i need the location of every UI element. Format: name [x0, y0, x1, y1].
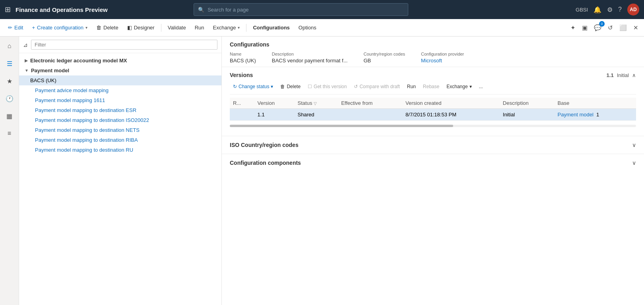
designer-button[interactable]: ◧ Designer [123, 22, 159, 33]
badge-container: 💬 0 [592, 23, 603, 33]
get-this-version-button[interactable]: ☐ Get this version [305, 82, 350, 91]
iso-section[interactable]: ISO Country/region codes ∨ [222, 136, 644, 154]
col-base: Base [555, 98, 636, 109]
compare-with-draft-button[interactable]: ↺ Compare with draft [351, 82, 403, 91]
iso-chevron-down-icon: ∨ [632, 142, 636, 148]
grid-nav-icon[interactable]: ▦ [3, 110, 16, 122]
tree-item-payment-esr[interactable]: Payment model mapping to destination ESR [19, 105, 221, 115]
scrollbar-thumb [230, 125, 453, 127]
tree-item-payment-nets[interactable]: Payment model mapping to destination NET… [19, 125, 221, 135]
more-button[interactable]: ... [476, 82, 486, 91]
edit-button[interactable]: ✏ Edit [4, 22, 27, 33]
list-icon[interactable]: ≡ [3, 127, 16, 140]
collapse-icon[interactable]: ∧ [632, 72, 636, 78]
notification-icon[interactable]: 🔔 [594, 6, 601, 14]
star-icon[interactable]: ★ [3, 75, 16, 87]
badge-count: 0 [599, 21, 605, 27]
grid-icon[interactable]: ⊞ [5, 5, 11, 14]
tree-item-payment-riba[interactable]: Payment model mapping to destination RIB… [19, 135, 221, 145]
config-country-field: Country/region codes GB [363, 52, 405, 64]
filter-nav-icon[interactable]: ☰ [3, 57, 16, 70]
base-link[interactable]: Payment model [558, 112, 594, 118]
config-section-title: Configurations [230, 41, 636, 48]
app-title: Finance and Operations Preview [16, 6, 108, 13]
change-status-caret: ▾ [271, 84, 273, 89]
col-status: Status ▽ [295, 98, 338, 109]
validate-button[interactable]: Validate [164, 22, 190, 33]
provider-label: Configuration provider [421, 52, 464, 56]
tree-filter-input[interactable] [31, 40, 217, 50]
separator2 [246, 24, 246, 32]
config-components-title: Configuration components [230, 160, 301, 166]
home-icon[interactable]: ⌂ [3, 40, 16, 52]
cmd-bar-right: ✦ ▣ 💬 0 ↺ ⬜ ✕ [569, 23, 640, 33]
col-effective-from: Effective from [338, 98, 402, 109]
version-status-label: Initial [617, 72, 629, 78]
avatar[interactable]: AD [627, 4, 639, 15]
tree-item-payment-model-1611[interactable]: Payment model mapping 1611 [19, 95, 221, 105]
name-value: BACS (UK) [230, 58, 256, 64]
config-description-field: Description BACS vendor payment format f… [272, 52, 348, 64]
config-components-section[interactable]: Configuration components ∨ [222, 154, 644, 172]
horizontal-scrollbar[interactable] [230, 125, 636, 127]
change-status-icon: ↻ [233, 84, 237, 89]
exchange-button[interactable]: Exchange ▾ [209, 22, 244, 33]
run-button[interactable]: Run [191, 22, 208, 33]
versions-badge: 1.1 Initial ∧ [607, 72, 636, 78]
cell-base: Payment model 1 [555, 109, 636, 121]
filter-icon[interactable]: ✦ [569, 23, 577, 33]
exchange-chevron-icon: ▾ [238, 25, 240, 30]
chevron-down-icon: ▾ [85, 25, 87, 30]
compare-icon: ↺ [354, 84, 358, 89]
col-r: R... [230, 98, 254, 109]
tree-item-bacs-uk[interactable]: BACS (UK) [19, 75, 221, 85]
config-provider-field: Configuration provider Microsoft [421, 52, 464, 64]
version-exchange-button[interactable]: Exchange ▾ [443, 82, 475, 91]
search-input[interactable] [208, 7, 404, 13]
settings-icon[interactable]: ⚙ [607, 6, 613, 14]
country-label: Country/region codes [363, 52, 405, 56]
rebase-button[interactable]: Rebase [420, 82, 442, 91]
components-chevron-down-icon: ∨ [632, 160, 636, 166]
tree-group-electronic-ledger[interactable]: ▶ Electronic ledger accounting model MX [19, 56, 221, 66]
version-delete-button[interactable]: 🗑 Delete [277, 82, 304, 91]
search-icon: 🔍 [198, 7, 204, 13]
designer-icon: ◧ [127, 25, 132, 31]
tree-item-payment-iso20022[interactable]: Payment model mapping to destination ISO… [19, 115, 221, 125]
description-value: BACS vendor payment format f... [272, 58, 348, 64]
help-icon[interactable]: ? [618, 6, 622, 13]
main-content: Configurations Name BACS (UK) Descriptio… [222, 37, 644, 305]
config-name-field: Name BACS (UK) [230, 52, 256, 64]
change-status-button[interactable]: ↻ Change status ▾ [230, 82, 276, 91]
options-tab[interactable]: Options [295, 22, 320, 33]
minimize-icon[interactable]: ⬜ [618, 23, 628, 33]
clock-icon[interactable]: 🕐 [3, 92, 16, 105]
tree-item-payment-advice[interactable]: Payment advice model mapping [19, 85, 221, 95]
exchange-caret: ▾ [469, 84, 472, 89]
close-icon[interactable]: ✕ [632, 23, 640, 33]
tree-header: ⊿ [19, 37, 221, 53]
top-bar: ⊞ Finance and Operations Preview 🔍 GBSI … [0, 0, 644, 19]
delete-button[interactable]: 🗑 Delete [92, 22, 122, 33]
refresh-icon[interactable]: ↺ [606, 23, 615, 33]
config-fields: Name BACS (UK) Description BACS vendor p… [230, 52, 636, 64]
tree-panel: ⊿ ▶ Electronic ledger accounting model M… [19, 37, 222, 305]
main-layout: ⌂ ☰ ★ 🕐 ▦ ≡ ⊿ ▶ Electronic ledger accoun… [0, 37, 644, 305]
version-number: 1.1 [607, 72, 614, 78]
tree-group-payment-model[interactable]: ▼ Payment model [19, 66, 221, 75]
table-row[interactable]: 1.1 Shared 8/7/2015 01:18:53 PM Initial … [230, 109, 636, 121]
top-bar-right: GBSI 🔔 ⚙ ? AD [576, 4, 639, 15]
cell-description: Initial [500, 109, 555, 121]
user-label: GBSI [576, 7, 588, 13]
configurations-tab[interactable]: Configurations [249, 22, 293, 33]
cell-effective-from [338, 109, 402, 121]
tree-item-payment-ru[interactable]: Payment model mapping to destination RU [19, 145, 221, 155]
version-run-button[interactable]: Run [404, 82, 419, 91]
status-filter-icon[interactable]: ▽ [314, 101, 317, 106]
version-toolbar: ↻ Change status ▾ 🗑 Delete ☐ Get this ve… [230, 82, 636, 95]
create-configuration-button[interactable]: + Create configuration ▾ [28, 22, 91, 33]
versions-title: Versions [230, 72, 253, 78]
side-panel-icon[interactable]: ▣ [580, 23, 589, 33]
search-bar[interactable]: 🔍 [194, 3, 408, 16]
provider-value[interactable]: Microsoft [421, 58, 464, 64]
